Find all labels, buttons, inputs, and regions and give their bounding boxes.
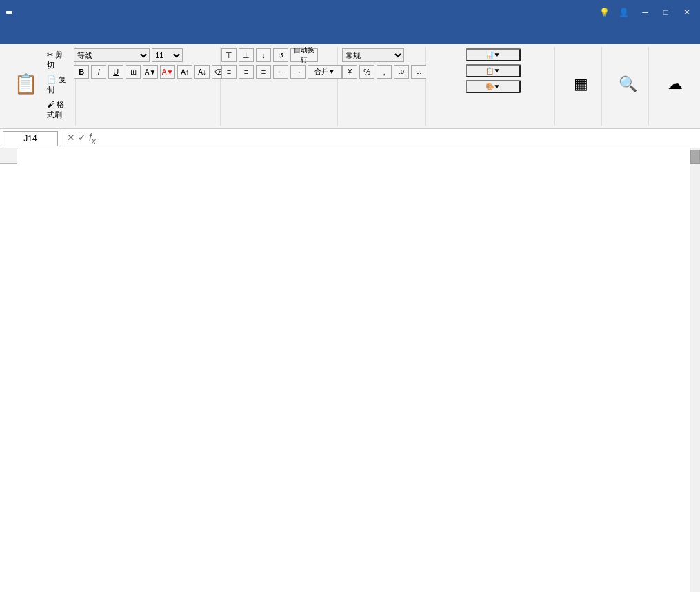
cell-icon: ▦	[574, 75, 588, 93]
cell-btn[interactable]: ▦	[570, 64, 592, 106]
align-left-row: ≡ ≡ ≡ ← → 合并▼	[221, 65, 342, 79]
cell-content: ▦	[570, 48, 592, 121]
font-color-btn[interactable]: A▼	[160, 65, 175, 79]
copy-btn[interactable]: 📄 复制	[45, 73, 70, 97]
clipboard-group: 📋 ✂ 剪切 📄 复制 🖌 格式刷	[4, 47, 76, 126]
cell-group: ▦	[561, 47, 602, 126]
formula-input[interactable]	[101, 131, 697, 146]
minimize-btn[interactable]: ─	[638, 8, 652, 17]
number-group: 常规 ¥ % , .0 0.	[343, 47, 426, 126]
font-size-down-btn[interactable]: A↓	[194, 65, 210, 79]
currency-btn[interactable]: ¥	[342, 65, 357, 79]
grid-with-headers	[0, 164, 690, 592]
align-bottom-btn[interactable]: ↓	[256, 48, 271, 62]
maximize-btn[interactable]: □	[659, 8, 672, 17]
tell-me-btn[interactable]: 💡	[599, 8, 612, 17]
align-right-btn[interactable]: ≡	[256, 65, 271, 79]
format-painter-btn[interactable]: 🖌 格式刷	[45, 98, 70, 121]
table-style-row: 📋 ▼	[466, 64, 521, 77]
rotate-btn[interactable]: ↺	[273, 48, 288, 62]
increase-indent-btn[interactable]: →	[290, 65, 306, 79]
style-group: 📊 ▼ 📋 ▼ 🎨 ▼	[431, 47, 555, 126]
app-logo	[6, 11, 12, 14]
ribbon: 📋 ✂ 剪切 📄 复制 🖌 格式刷 等线 11 B	[0, 44, 700, 129]
confirm-formula-icon[interactable]: ✓	[78, 132, 86, 145]
border-btn[interactable]: ⊞	[126, 65, 141, 79]
font-size-select[interactable]: 11	[152, 48, 183, 62]
increase-decimal-btn[interactable]: .0	[394, 65, 409, 79]
sheet-container: + ▦ ⊡ − ──── + 100%	[0, 148, 700, 592]
style-content: 📊 ▼ 📋 ▼ 🎨 ▼	[466, 48, 521, 121]
wrap-btn[interactable]: 自动换行	[290, 48, 318, 62]
number-format-select[interactable]: 常规	[342, 48, 404, 62]
decrease-indent-btn[interactable]: ←	[273, 65, 288, 79]
italic-btn[interactable]: I	[91, 65, 106, 79]
align-content: ⊤ ⊥ ↓ ↺ 自动换行 ≡ ≡ ≡ ← → 合并▼	[221, 48, 342, 121]
edit-icon: 🔍	[619, 75, 637, 93]
edit-group: 🔍	[608, 47, 649, 126]
cell-reference-box[interactable]	[3, 131, 58, 146]
scrollbar-thumb[interactable]	[690, 150, 700, 164]
align-group: ⊤ ⊥ ↓ ↺ 自动换行 ≡ ≡ ≡ ← → 合并▼	[226, 47, 339, 126]
merge-btn[interactable]: 合并▼	[308, 65, 342, 79]
save-group: ☁	[654, 47, 696, 126]
formula-divider	[61, 132, 61, 146]
edit-btn[interactable]: 🔍	[614, 64, 641, 106]
number-btns-row: ¥ % , .0 0.	[342, 65, 426, 79]
corner-cell	[0, 148, 17, 164]
fill-color-btn[interactable]: A▼	[143, 65, 158, 79]
align-left-btn[interactable]: ≡	[221, 65, 237, 79]
cancel-formula-icon[interactable]: ✕	[67, 132, 75, 145]
cut-btn[interactable]: ✂ 剪切	[45, 48, 70, 72]
save-icon: ☁	[668, 75, 683, 93]
title-bar: 💡 👤 ─ □ ✕	[0, 0, 700, 25]
align-top-row: ⊤ ⊥ ↓ ↺ 自动换行	[221, 48, 318, 62]
edit-content: 🔍	[614, 48, 641, 121]
menu-bar	[0, 25, 700, 44]
bold-btn[interactable]: B	[74, 65, 89, 79]
save-baidu-btn[interactable]: ☁	[663, 64, 687, 106]
conditional-format-btn[interactable]: 📊 ▼	[466, 48, 521, 61]
paste-icon: 📋	[14, 75, 38, 94]
save-content: ☁	[663, 48, 687, 121]
col-headers-row	[0, 148, 690, 164]
formula-icons: ✕ ✓ fx	[64, 132, 99, 145]
number-content: 常规 ¥ % , .0 0.	[342, 48, 426, 121]
percent-btn[interactable]: %	[359, 65, 374, 79]
clipboard-content: 📋 ✂ 剪切 📄 复制 🖌 格式刷	[10, 48, 70, 121]
font-size-up-btn[interactable]: A↑	[177, 65, 192, 79]
title-bar-right: 💡 👤 ─ □ ✕	[599, 8, 694, 17]
sheet-scroll-area	[0, 148, 700, 592]
insert-function-icon[interactable]: fx	[89, 132, 96, 145]
cut-copy-format: ✂ 剪切 📄 复制 🖌 格式刷	[45, 48, 70, 121]
comma-btn[interactable]: ,	[377, 65, 392, 79]
align-center-btn[interactable]: ≡	[239, 65, 254, 79]
align-top-btn[interactable]: ⊤	[221, 48, 237, 62]
font-name-row: 等线 11	[74, 48, 183, 62]
close-btn[interactable]: ✕	[679, 8, 694, 17]
table-format-btn[interactable]: 📋 ▼	[466, 64, 521, 77]
formula-bar: ✕ ✓ fx	[0, 129, 700, 148]
font-group: 等线 11 B I U ⊞ A▼ A▼ A↑ A↓ ⌫	[81, 47, 221, 126]
grid-area	[0, 148, 690, 592]
grid-container	[0, 164, 690, 592]
font-name-select[interactable]: 等线	[74, 48, 150, 62]
vertical-scrollbar[interactable]	[690, 148, 700, 592]
font-content: 等线 11 B I U ⊞ A▼ A▼ A↑ A↓ ⌫	[74, 48, 227, 121]
underline-btn[interactable]: U	[108, 65, 123, 79]
align-middle-btn[interactable]: ⊥	[239, 48, 254, 62]
cell-style-btn[interactable]: 🎨 ▼	[466, 80, 521, 93]
title-bar-left	[6, 11, 23, 14]
paste-btn[interactable]: 📋	[10, 64, 42, 106]
share-btn[interactable]: 👤	[619, 8, 631, 17]
cond-format-row: 📊 ▼	[466, 48, 521, 61]
cell-style-row: 🎨 ▼	[466, 80, 521, 93]
font-style-row: B I U ⊞ A▼ A▼ A↑ A↓ ⌫	[74, 65, 227, 79]
decrease-decimal-btn[interactable]: 0.	[411, 65, 426, 79]
